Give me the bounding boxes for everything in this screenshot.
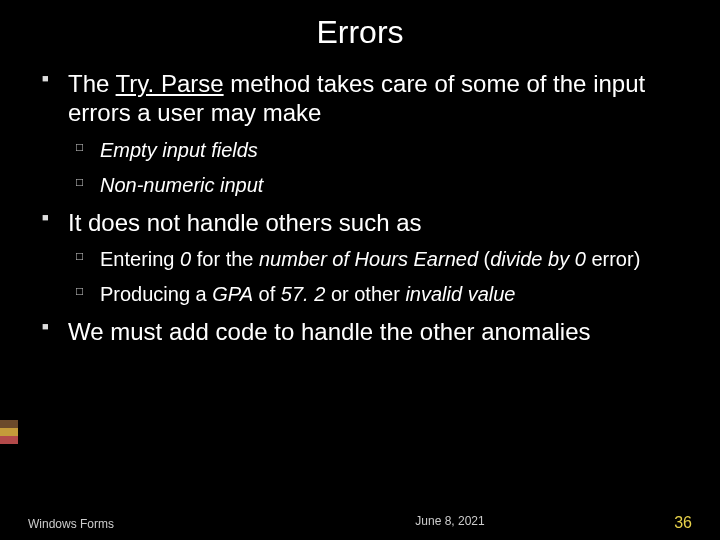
text: Producing a bbox=[100, 283, 212, 305]
text-underlined: Try. Parse bbox=[116, 70, 224, 97]
slide-title: Errors bbox=[0, 0, 720, 59]
bullet-lvl2: Entering 0 for the number of Hours Earne… bbox=[76, 247, 694, 272]
bullet-lvl1: The Try. Parse method takes care of some… bbox=[42, 69, 694, 128]
text-italic: 0 bbox=[180, 248, 191, 270]
footer-date: June 8, 2021 bbox=[0, 514, 720, 528]
bullet-lvl2: Empty input fields bbox=[76, 138, 694, 163]
accent-strip bbox=[0, 420, 18, 444]
accent-swatch bbox=[0, 428, 18, 436]
text: ( bbox=[478, 248, 490, 270]
bullet-lvl2: Non-numeric input bbox=[76, 173, 694, 198]
accent-swatch bbox=[0, 436, 18, 444]
slide-content: The Try. Parse method takes care of some… bbox=[0, 69, 720, 346]
text: or other bbox=[325, 283, 405, 305]
text: for the bbox=[191, 248, 259, 270]
text-italic: number of Hours Earned bbox=[259, 248, 478, 270]
text: Entering bbox=[100, 248, 180, 270]
text-italic: 57. 2 bbox=[281, 283, 325, 305]
slide-footer: Windows Forms June 8, 2021 36 bbox=[0, 514, 720, 532]
bullet-lvl1: We must add code to handle the other ano… bbox=[42, 317, 694, 346]
accent-swatch bbox=[0, 420, 18, 428]
text-italic: divide by 0 bbox=[490, 248, 586, 270]
bullet-lvl1: It does not handle others such as bbox=[42, 208, 694, 237]
text-italic: invalid value bbox=[405, 283, 515, 305]
bullet-lvl2: Producing a GPA of 57. 2 or other invali… bbox=[76, 282, 694, 307]
text-italic: GPA bbox=[212, 283, 253, 305]
text: The bbox=[68, 70, 116, 97]
text: error) bbox=[586, 248, 640, 270]
text: of bbox=[253, 283, 281, 305]
